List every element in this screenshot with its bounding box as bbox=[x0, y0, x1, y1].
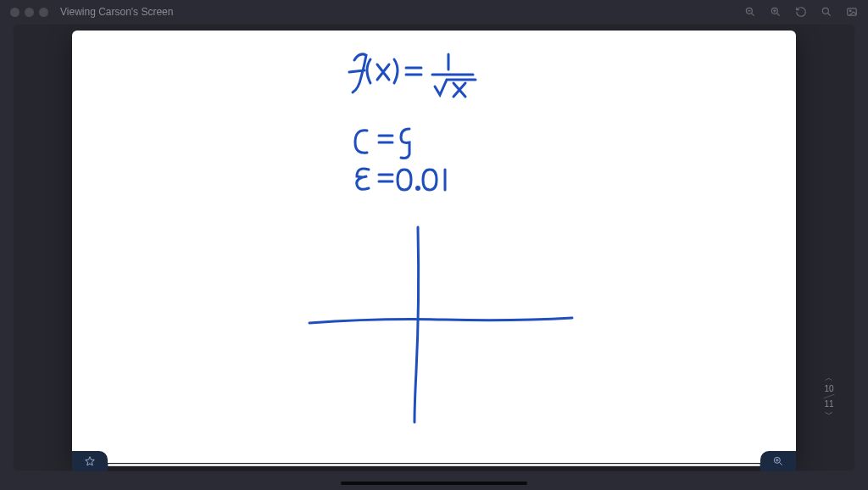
handwriting-epsilon-value bbox=[357, 169, 445, 190]
window-controls bbox=[10, 8, 48, 17]
refresh-icon[interactable] bbox=[795, 6, 807, 18]
svg-point-11 bbox=[417, 187, 420, 190]
svg-marker-12 bbox=[86, 457, 95, 465]
titlebar: Viewing Carson's Screen bbox=[0, 0, 868, 24]
page-separator bbox=[823, 394, 834, 399]
handwriting-function bbox=[349, 54, 476, 97]
whiteboard-canvas[interactable]: f(x) = 1 / √x c = 9 ε = 0.01 bbox=[72, 31, 796, 463]
svg-line-1 bbox=[752, 14, 754, 16]
page-counter: ︿ 10 11 ﹀ bbox=[821, 372, 837, 420]
svg-point-10 bbox=[849, 10, 851, 12]
svg-line-8 bbox=[828, 14, 831, 16]
zoom-out-icon[interactable] bbox=[744, 6, 756, 18]
svg-line-14 bbox=[780, 463, 782, 465]
svg-line-4 bbox=[777, 14, 780, 16]
favorite-tab[interactable] bbox=[72, 451, 108, 471]
titlebar-actions bbox=[744, 6, 858, 18]
svg-rect-9 bbox=[848, 8, 857, 15]
page-current: 10 bbox=[821, 384, 837, 393]
handwriting-layer bbox=[72, 31, 796, 463]
image-icon[interactable] bbox=[846, 6, 858, 18]
home-indicator bbox=[341, 482, 527, 485]
window-title: Viewing Carson's Screen bbox=[60, 6, 173, 18]
zoom-in-icon bbox=[772, 455, 784, 467]
zoom-in-icon[interactable] bbox=[770, 6, 782, 18]
page-prev[interactable]: ︿ bbox=[821, 372, 837, 384]
minimize-window[interactable] bbox=[25, 8, 34, 17]
zoom-tab[interactable] bbox=[760, 451, 796, 471]
page-next[interactable]: ﹀ bbox=[821, 409, 837, 420]
star-icon bbox=[84, 455, 96, 467]
page-total: 11 bbox=[821, 399, 837, 409]
maximize-window[interactable] bbox=[39, 8, 48, 17]
handwriting-axes bbox=[309, 227, 572, 422]
handwriting-c-value bbox=[355, 129, 409, 159]
svg-point-7 bbox=[822, 8, 828, 14]
search-icon[interactable] bbox=[821, 6, 832, 18]
close-window[interactable] bbox=[10, 8, 19, 17]
playback-progress[interactable] bbox=[108, 464, 760, 466]
viewer-stage: f(x) = 1 / √x c = 9 ε = 0.01 ︿ 10 11 ﹀ bbox=[13, 24, 855, 471]
